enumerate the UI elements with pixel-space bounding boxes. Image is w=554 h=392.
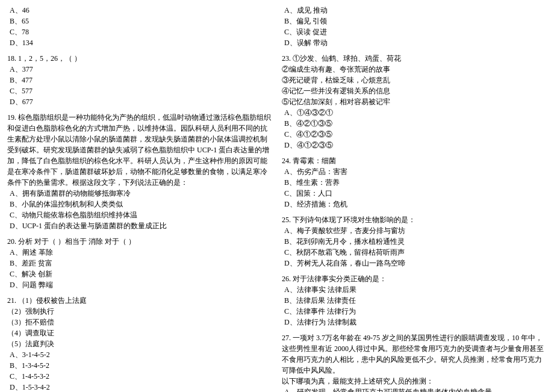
left-column: A、46 B、65 C、78 D、134 18. 1，2，5，26，（ ） A、…	[7, 5, 272, 392]
q25-options: A、梅子黄酸软些芽，杏麦分排与窗坊 B、花到卯南无月令，播水植粉通性灵 C、秋阴…	[284, 225, 547, 269]
question-23: 23. ①沙发、仙鹤、球拍、鸡蛋、荷花 ②编成生动有趣、夸张荒诞的故事 ③死记硬…	[282, 53, 547, 151]
list-item: B、花到卯南无月令，播水植粉通性灵	[284, 236, 547, 247]
list-item: D、芳树无人花自落，春山一路鸟空啼	[284, 258, 547, 269]
q22-options: A、成见 推动 B、偏见 引领 C、误读 促进 D、误解 带动	[284, 5, 547, 48]
list-item: C、解决 创新	[10, 269, 272, 279]
question-title: 26. 对于法律事实分类正确的是：	[282, 273, 547, 284]
question-17: A、46 B、65 C、78 D、134	[7, 5, 272, 48]
list-item: A、法律事实 法律后果	[284, 284, 547, 295]
question-title: 20. 分析 对于（ ）相当于 消除 对于（ ）	[7, 236, 272, 247]
question-title: 24. 青霉素：细菌	[282, 155, 547, 166]
question-27: 27. 一项对 3.7万名年龄在 49-75 岁之间的某国男性进行的眼睛调查发现…	[282, 332, 547, 392]
q19-options: A、拥有肠道菌群的动物能够抵御寒冷 B、小鼠的体温控制机制和人类类似 C、动物只…	[10, 188, 272, 231]
q20-options: A、阐述 革除 B、差距 贫富 C、解决 创新 D、问题 弊端	[10, 247, 272, 290]
list-item: D、法律行为 法律制裁	[284, 317, 547, 328]
list-item: C、78	[10, 26, 272, 37]
question-title: 18. 1，2，5，26，（ ）	[7, 53, 272, 64]
list-item: A、阐述 革除	[10, 247, 272, 258]
question-24: 24. 青霉素：细菌 A、伤劣产品：害害 B、维生素：营养 C、国策：人口 D、…	[282, 155, 547, 210]
list-item: C、秋阴不散霜飞晚，留得枯荷听雨声	[284, 247, 547, 258]
question-title: 19. 棕色脂肪组织是一种功能特化为产热的组织，低温时动物通过激活棕色脂肪组织和…	[7, 112, 272, 188]
question-title: 21. （1）侵权被告上法庭 （2）强制执行 （3）拒不赔偿 （4）调查取证 （…	[7, 295, 272, 349]
list-item: A、成见 推动	[284, 5, 547, 16]
list-item: A、梅子黄酸软些芽，杏麦分排与窗坊	[284, 225, 547, 236]
list-item: D、误解 带动	[284, 37, 547, 48]
list-item: C、法律事件 法律行为	[284, 306, 547, 317]
question-title: 25. 下列诗句体现了环境对生物影响的是：	[282, 214, 547, 225]
list-item: B、差距 贫富	[10, 258, 272, 269]
list-item: A、46	[10, 5, 272, 16]
q21-options: A、3-1-4-5-2 B、1-3-4-5-2 C、1-4-5-3-2 D、1-…	[10, 349, 272, 392]
list-item: B、维生素：营养	[284, 177, 547, 188]
list-item: B、65	[10, 16, 272, 26]
list-item: D、问题 弊端	[10, 279, 272, 290]
question-19: 19. 棕色脂肪组织是一种功能特化为产热的组织，低温时动物通过激活棕色脂肪组织和…	[7, 112, 272, 231]
question-21: 21. （1）侵权被告上法庭 （2）强制执行 （3）拒不赔偿 （4）调查取证 （…	[7, 295, 272, 392]
q27-options: A、研究发现，经常食用巧克力可调节低血糖患者体内的血糖含量 B、经常食用巧克力的…	[284, 387, 547, 392]
right-column: A、成见 推动 B、偏见 引领 C、误读 促进 D、误解 带动 23. ①沙发、…	[282, 5, 547, 392]
list-item: B、偏见 引领	[284, 16, 547, 26]
main-content: A、46 B、65 C、78 D、134 18. 1，2，5，26，（ ） A、…	[7, 5, 547, 392]
list-item: A、拥有肠道菌群的动物能够抵御寒冷	[10, 188, 272, 199]
question-26: 26. 对于法律事实分类正确的是： A、法律事实 法律后果 B、法律后果 法律责…	[282, 273, 547, 328]
list-item: B、小鼠的体温控制机制和人类类似	[10, 199, 272, 210]
list-item: A、3-1-4-5-2	[10, 349, 272, 360]
list-item: A、①④③②①	[284, 107, 547, 118]
list-item: B、477	[10, 75, 272, 86]
question-25: 25. 下列诗句体现了环境对生物影响的是： A、梅子黄酸软些芽，杏麦分排与窗坊 …	[282, 214, 547, 269]
list-item: B、1-3-4-5-2	[10, 360, 272, 371]
list-item: C、④①②③⑤	[284, 129, 547, 140]
list-item: C、1-4-5-3-2	[10, 371, 272, 382]
question-18: 18. 1，2，5，26，（ ） A、377 B、477 C、577 D、677	[7, 53, 272, 107]
q18-options: A、377 B、477 C、577 D、677	[10, 64, 272, 107]
list-item: A、伤劣产品：害害	[284, 166, 547, 177]
q24-options: A、伤劣产品：害害 B、维生素：营养 C、国策：人口 D、经济措施：危机	[284, 166, 547, 210]
list-item: C、国策：人口	[284, 188, 547, 199]
list-item: D、经济措施：危机	[284, 199, 547, 210]
q23-options: A、①④③②① B、④②①③⑤ C、④①②③⑤ D、④①②③⑤	[284, 107, 547, 151]
list-item: C、577	[10, 86, 272, 96]
question-22-options: A、成见 推动 B、偏见 引领 C、误读 促进 D、误解 带动	[282, 5, 547, 48]
list-item: A、研究发现，经常食用巧克力可调节低血糖患者体内的血糖含量	[284, 387, 547, 392]
question-title: 23. ①沙发、仙鹤、球拍、鸡蛋、荷花 ②编成生动有趣、夸张荒诞的故事 ③死记硬…	[282, 53, 547, 107]
list-item: D、④①②③⑤	[284, 140, 547, 151]
list-item: B、④②①③⑤	[284, 118, 547, 129]
q26-options: A、法律事实 法律后果 B、法律后果 法律责任 C、法律事件 法律行为 D、法律…	[284, 284, 547, 328]
list-item: B、法律后果 法律责任	[284, 295, 547, 306]
list-item: D、134	[10, 37, 272, 48]
list-item: A、377	[10, 64, 272, 75]
list-item: D、1-5-3-4-2	[10, 382, 272, 392]
list-item: D、UCP-1 蛋白的表达量与肠道菌群的数量成正比	[10, 220, 272, 231]
list-item: D、677	[10, 96, 272, 107]
q17-options: A、46 B、65 C、78 D、134	[10, 5, 272, 48]
list-item: C、误读 促进	[284, 26, 547, 37]
question-title: 27. 一项对 3.7万名年龄在 49-75 岁之间的某国男性进行的眼睛调查发现…	[282, 332, 547, 387]
list-item: C、动物只能依靠棕色脂肪组织维持体温	[10, 210, 272, 220]
question-20: 20. 分析 对于（ ）相当于 消除 对于（ ） A、阐述 革除 B、差距 贫富…	[7, 236, 272, 290]
